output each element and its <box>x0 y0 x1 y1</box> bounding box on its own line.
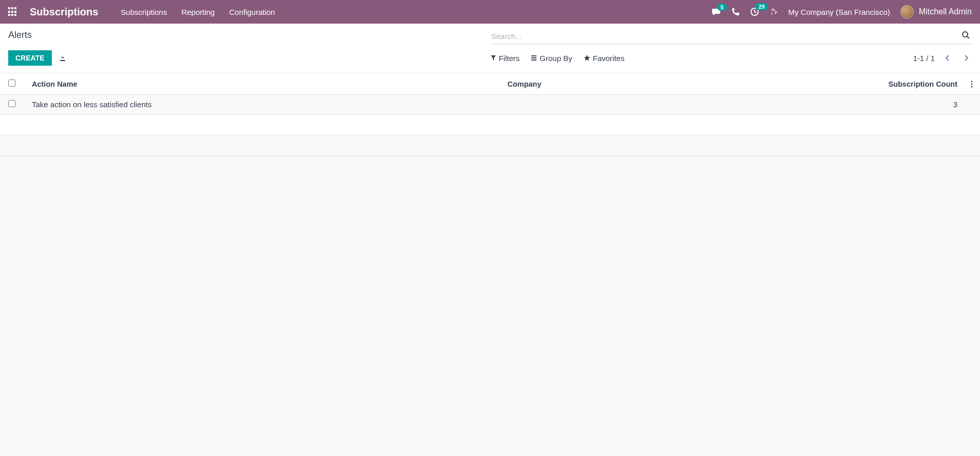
header-checkbox-cell <box>0 73 24 95</box>
user-name: Mitchell Admin <box>919 7 972 16</box>
chevron-right-icon <box>964 54 969 62</box>
search-options: Filters Group By Favorites 1-1 / 1 <box>490 53 972 63</box>
activities-badge: 29 <box>755 3 767 10</box>
table-row[interactable]: Take action on less satisfied clients 3 <box>0 95 980 114</box>
navbar: Subscriptions Subscriptions Reporting Co… <box>0 0 980 24</box>
select-all-checkbox[interactable] <box>8 80 15 87</box>
pager: 1-1 / 1 <box>913 53 972 63</box>
breadcrumb: Alerts <box>8 30 32 41</box>
control-panel-top: Alerts <box>8 30 972 44</box>
cell-company <box>499 95 675 114</box>
control-panel-bottom: CREATE Filters Group By Favorites 1-1 / … <box>8 44 972 73</box>
nav-reporting[interactable]: Reporting <box>181 8 215 16</box>
row-checkbox[interactable] <box>8 100 15 107</box>
messages-icon[interactable]: 5 <box>712 8 721 16</box>
header-subscription-count[interactable]: Subscription Count <box>675 73 963 95</box>
navbar-right: 5 29 My Company (San Francisco) Mitchell… <box>712 5 972 18</box>
nav-menu: Subscriptions Reporting Configuration <box>121 8 275 16</box>
filters-label: Filters <box>499 54 520 63</box>
table-header-row: Action Name Company Subscription Count <box>0 73 980 95</box>
create-button[interactable]: CREATE <box>8 50 52 66</box>
groupby-label: Group By <box>540 54 572 63</box>
groupby-button[interactable]: Group By <box>531 53 572 63</box>
avatar <box>900 5 914 18</box>
cell-subscription-count: 3 <box>675 95 963 114</box>
pager-prev[interactable] <box>942 53 953 63</box>
control-panel: Alerts CREATE Filters Group By Favorites <box>0 24 980 73</box>
debug-icon[interactable] <box>770 8 778 16</box>
alerts-table: Action Name Company Subscription Count T… <box>0 73 980 156</box>
nav-subscriptions[interactable]: Subscriptions <box>121 8 167 16</box>
chevron-left-icon <box>945 54 950 62</box>
svg-line-2 <box>967 36 969 38</box>
favorites-button[interactable]: Favorites <box>584 53 625 63</box>
svg-point-1 <box>963 32 968 37</box>
search-icon[interactable] <box>962 31 970 39</box>
pager-text[interactable]: 1-1 / 1 <box>913 54 935 63</box>
pager-next[interactable] <box>960 53 972 63</box>
favorites-label: Favorites <box>593 54 625 63</box>
svg-point-8 <box>971 86 973 87</box>
search-input[interactable] <box>490 30 972 44</box>
cell-empty <box>963 95 980 114</box>
header-company[interactable]: Company <box>499 73 675 95</box>
star-icon <box>584 55 590 62</box>
table-spacer <box>0 135 980 156</box>
list-icon <box>531 55 537 61</box>
navbar-left: Subscriptions Subscriptions Reporting Co… <box>8 6 275 18</box>
app-title[interactable]: Subscriptions <box>30 6 98 18</box>
cell-action-name: Take action on less satisfied clients <box>24 95 499 114</box>
filter-icon <box>490 55 496 61</box>
header-action-name[interactable]: Action Name <box>24 73 499 95</box>
row-checkbox-cell <box>0 95 24 114</box>
header-optional-columns[interactable] <box>963 73 980 95</box>
import-button[interactable] <box>59 54 66 62</box>
activities-icon[interactable]: 29 <box>750 7 759 16</box>
messages-badge: 5 <box>717 4 726 11</box>
phone-icon[interactable] <box>732 8 740 16</box>
filters-button[interactable]: Filters <box>490 53 520 63</box>
svg-point-6 <box>971 81 973 82</box>
apps-icon[interactable] <box>8 7 17 16</box>
nav-configuration[interactable]: Configuration <box>229 8 275 16</box>
company-selector[interactable]: My Company (San Francisco) <box>788 8 890 16</box>
kebab-icon <box>971 81 973 88</box>
search-area <box>490 30 972 44</box>
svg-point-7 <box>971 83 973 85</box>
table-footer <box>0 114 980 135</box>
list-view: Action Name Company Subscription Count T… <box>0 73 980 156</box>
user-menu[interactable]: Mitchell Admin <box>900 5 972 18</box>
